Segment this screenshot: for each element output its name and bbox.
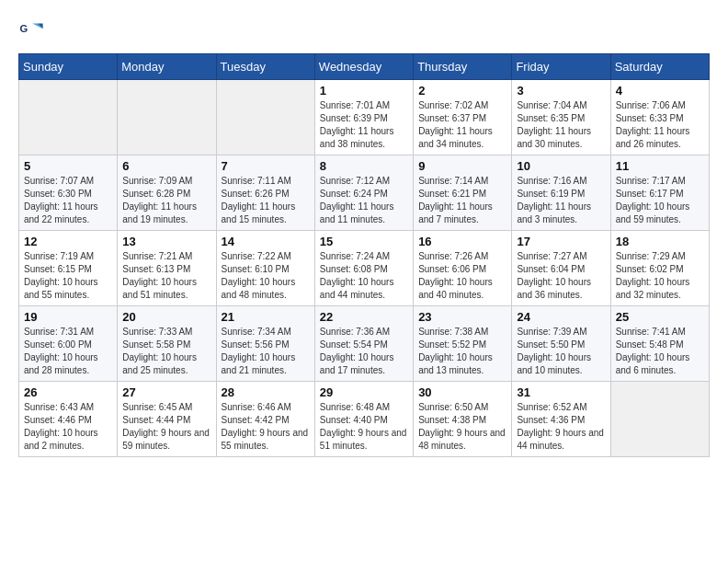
day-number: 27 [122, 385, 210, 399]
cell-info: Daylight: 10 hours and 40 minutes. [418, 276, 506, 302]
day-number: 7 [222, 159, 310, 173]
cell-info: Daylight: 11 hours and 15 minutes. [222, 201, 310, 226]
cell-info: Daylight: 9 hours and 55 minutes. [222, 427, 310, 453]
cell-info: Sunset: 6:15 PM [24, 263, 112, 276]
calendar-cell [19, 80, 118, 155]
calendar-cell: 11Sunrise: 7:17 AMSunset: 6:17 PMDayligh… [610, 155, 709, 231]
day-header-sunday: Sunday [19, 54, 118, 80]
day-number: 15 [320, 235, 408, 248]
cell-info: Sunrise: 7:36 AM [320, 326, 408, 339]
cell-info: Sunset: 6:28 PM [122, 188, 210, 201]
day-header-tuesday: Tuesday [216, 54, 314, 80]
cell-info: Sunset: 6:19 PM [517, 188, 605, 201]
calendar-header-row: SundayMondayTuesdayWednesdayThursdayFrid… [19, 54, 710, 80]
cell-info: Sunset: 5:48 PM [616, 339, 704, 351]
day-header-wednesday: Wednesday [314, 54, 413, 80]
cell-info: Sunrise: 6:50 AM [418, 401, 506, 414]
day-number: 18 [616, 235, 704, 248]
cell-info: Sunrise: 7:09 AM [122, 175, 210, 188]
calendar-cell: 6Sunrise: 7:09 AMSunset: 6:28 PMDaylight… [118, 155, 216, 231]
svg-text:G: G [19, 23, 28, 34]
calendar-cell [610, 382, 709, 457]
cell-info: Sunrise: 7:17 AM [616, 175, 704, 188]
cell-info: Daylight: 11 hours and 22 minutes. [24, 201, 112, 226]
cell-info: Daylight: 11 hours and 38 minutes. [320, 125, 408, 151]
cell-info: Sunrise: 7:22 AM [222, 250, 310, 263]
cell-info: Sunset: 6:24 PM [320, 188, 408, 201]
cell-info: Sunset: 6:26 PM [222, 188, 310, 201]
calendar-cell: 26Sunrise: 6:43 AMSunset: 4:46 PMDayligh… [19, 382, 118, 457]
calendar-week-row: 19Sunrise: 7:31 AMSunset: 6:00 PMDayligh… [19, 306, 710, 382]
cell-info: Sunset: 4:42 PM [222, 414, 310, 427]
page-header: G [18, 18, 710, 44]
cell-info: Daylight: 10 hours and 21 minutes. [222, 351, 310, 377]
day-number: 21 [222, 310, 310, 324]
calendar-week-row: 12Sunrise: 7:19 AMSunset: 6:15 PMDayligh… [19, 231, 710, 306]
cell-info: Sunrise: 7:38 AM [418, 326, 506, 339]
cell-info: Sunrise: 7:41 AM [616, 326, 704, 339]
cell-info: Daylight: 10 hours and 36 minutes. [517, 276, 605, 302]
cell-info: Sunrise: 7:34 AM [222, 326, 310, 339]
day-number: 9 [418, 159, 506, 173]
calendar-cell: 7Sunrise: 7:11 AMSunset: 6:26 PMDaylight… [216, 155, 314, 231]
cell-info: Daylight: 10 hours and 55 minutes. [24, 276, 112, 302]
calendar-cell: 30Sunrise: 6:50 AMSunset: 4:38 PMDayligh… [414, 382, 512, 457]
cell-info: Daylight: 10 hours and 48 minutes. [222, 276, 310, 302]
day-number: 12 [24, 235, 112, 248]
cell-info: Sunset: 6:21 PM [418, 188, 506, 201]
cell-info: Sunrise: 7:04 AM [517, 99, 605, 112]
cell-info: Daylight: 9 hours and 44 minutes. [517, 427, 605, 453]
day-number: 31 [517, 385, 605, 399]
calendar-cell: 22Sunrise: 7:36 AMSunset: 5:54 PMDayligh… [314, 306, 413, 382]
day-number: 10 [517, 159, 605, 173]
day-number: 1 [320, 84, 408, 98]
cell-info: Sunrise: 7:06 AM [616, 99, 704, 112]
cell-info: Daylight: 11 hours and 3 minutes. [517, 201, 605, 226]
cell-info: Sunset: 5:58 PM [122, 339, 210, 351]
logo: G [18, 18, 50, 44]
calendar-cell: 12Sunrise: 7:19 AMSunset: 6:15 PMDayligh… [19, 231, 118, 306]
cell-info: Sunset: 6:13 PM [122, 263, 210, 276]
calendar-cell: 21Sunrise: 7:34 AMSunset: 5:56 PMDayligh… [216, 306, 314, 382]
calendar-cell: 2Sunrise: 7:02 AMSunset: 6:37 PMDaylight… [414, 80, 512, 155]
cell-info: Sunset: 6:10 PM [222, 263, 310, 276]
calendar-week-row: 26Sunrise: 6:43 AMSunset: 4:46 PMDayligh… [19, 382, 710, 457]
calendar-cell: 5Sunrise: 7:07 AMSunset: 6:30 PMDaylight… [19, 155, 118, 231]
cell-info: Sunset: 6:33 PM [616, 112, 704, 125]
day-number: 3 [517, 84, 605, 98]
cell-info: Sunrise: 7:02 AM [418, 99, 506, 112]
day-number: 20 [122, 310, 210, 324]
cell-info: Daylight: 11 hours and 34 minutes. [418, 125, 506, 151]
calendar-cell: 19Sunrise: 7:31 AMSunset: 6:00 PMDayligh… [19, 306, 118, 382]
day-header-monday: Monday [118, 54, 216, 80]
day-number: 23 [418, 310, 506, 324]
cell-info: Sunrise: 7:33 AM [122, 326, 210, 339]
calendar-table: SundayMondayTuesdayWednesdayThursdayFrid… [18, 53, 710, 457]
calendar-cell: 25Sunrise: 7:41 AMSunset: 5:48 PMDayligh… [610, 306, 709, 382]
cell-info: Daylight: 9 hours and 59 minutes. [122, 427, 210, 453]
cell-info: Sunset: 5:54 PM [320, 339, 408, 351]
cell-info: Sunrise: 6:46 AM [222, 401, 310, 414]
cell-info: Sunset: 4:46 PM [24, 414, 112, 427]
calendar-cell: 29Sunrise: 6:48 AMSunset: 4:40 PMDayligh… [314, 382, 413, 457]
day-number: 5 [24, 159, 112, 173]
day-header-saturday: Saturday [610, 54, 709, 80]
cell-info: Sunrise: 7:14 AM [418, 175, 506, 188]
cell-info: Sunrise: 6:43 AM [24, 401, 112, 414]
calendar-cell [118, 80, 216, 155]
day-number: 24 [517, 310, 605, 324]
cell-info: Sunset: 6:08 PM [320, 263, 408, 276]
cell-info: Sunset: 5:52 PM [418, 339, 506, 351]
day-header-thursday: Thursday [414, 54, 512, 80]
day-number: 16 [418, 235, 506, 248]
cell-info: Daylight: 11 hours and 30 minutes. [517, 125, 605, 151]
day-number: 8 [320, 159, 408, 173]
cell-info: Sunrise: 7:07 AM [24, 175, 112, 188]
cell-info: Daylight: 11 hours and 26 minutes. [616, 125, 704, 151]
cell-info: Daylight: 10 hours and 13 minutes. [418, 351, 506, 377]
cell-info: Sunrise: 7:16 AM [517, 175, 605, 188]
cell-info: Daylight: 11 hours and 7 minutes. [418, 201, 506, 226]
calendar-cell: 3Sunrise: 7:04 AMSunset: 6:35 PMDaylight… [512, 80, 610, 155]
calendar-cell [216, 80, 314, 155]
cell-info: Sunset: 4:38 PM [418, 414, 506, 427]
